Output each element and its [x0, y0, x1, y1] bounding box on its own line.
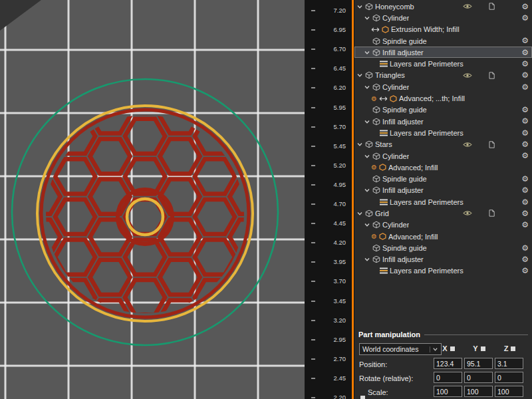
- hex-icon: [382, 26, 389, 33]
- position-y-input[interactable]: [464, 358, 493, 369]
- chevron-down-icon[interactable]: [356, 141, 363, 148]
- gear-icon[interactable]: ⚙: [521, 36, 529, 45]
- tree-row-advanced-infill[interactable]: ⚙Advanced; Infill: [354, 231, 532, 242]
- tree-row-stars[interactable]: Stars⚙: [354, 139, 532, 150]
- gear-icon[interactable]: ⚙: [521, 70, 529, 80]
- eye-icon[interactable]: [463, 72, 472, 78]
- rotate-x-input[interactable]: [434, 372, 462, 383]
- chevron-down-icon[interactable]: [364, 221, 370, 228]
- chevron-down-icon[interactable]: [364, 187, 370, 194]
- tree-row-cylinder[interactable]: Cylinder⚙: [354, 150, 532, 162]
- gear-icon[interactable]: ⚙: [521, 59, 529, 68]
- tree-row-layers-and-perimeters[interactable]: Layers and Perimeters⚙: [354, 265, 532, 277]
- axis-y-checkbox[interactable]: [480, 346, 486, 352]
- gear-icon[interactable]: ⚙: [521, 48, 529, 57]
- gear-icon[interactable]: ⚙: [521, 174, 529, 184]
- page-icon[interactable]: [489, 72, 495, 79]
- chevron-down-icon[interactable]: [364, 118, 370, 125]
- page-icon[interactable]: [489, 209, 495, 217]
- tree-row-infill-adjuster[interactable]: Infill adjuster⚙: [354, 254, 532, 265]
- chevron-down-icon[interactable]: [364, 256, 370, 263]
- chevron-down-icon[interactable]: [356, 210, 363, 217]
- gear-icon[interactable]: ⚙: [521, 128, 529, 138]
- chevron-down-icon[interactable]: [364, 15, 370, 21]
- gear-icon[interactable]: ⚙: [521, 266, 529, 275]
- tree-row-layers-and-perimeters[interactable]: Layers and Perimeters⚙: [354, 127, 532, 138]
- tree-row-grid[interactable]: Grid⚙: [354, 207, 532, 219]
- tree-row-infill-adjuster[interactable]: Infill adjuster⚙: [354, 116, 532, 127]
- tree-row-extrusion-width-infill[interactable]: Extrusion Width; Infill: [354, 24, 532, 35]
- axis-z-checkbox[interactable]: [510, 346, 516, 352]
- tree-row-cylinder[interactable]: Cylinder⚙: [354, 12, 532, 23]
- gear-icon[interactable]: ⚙: [521, 198, 529, 207]
- viewport-3d[interactable]: [0, 0, 305, 399]
- page-icon[interactable]: [489, 3, 495, 10]
- tick-mark: [311, 320, 315, 321]
- tree-row-advanced-infill[interactable]: ⚙Advanced; Infill: [354, 162, 532, 173]
- gear-icon[interactable]: ⚙: [521, 13, 529, 23]
- chevron-down-icon[interactable]: [364, 49, 370, 56]
- position-x-input[interactable]: [434, 358, 462, 369]
- scale-z-input[interactable]: [495, 386, 523, 397]
- tick-value: 2.70: [318, 355, 346, 362]
- layer-slider[interactable]: 7.206.956.706.456.205.955.705.455.204.95…: [305, 0, 354, 399]
- axis-x-checkbox[interactable]: [450, 346, 456, 352]
- scale-y-input[interactable]: [464, 386, 493, 397]
- tree-row-layers-and-perimeters[interactable]: Layers and Perimeters⚙: [354, 196, 532, 207]
- tick-value: 5.20: [318, 162, 346, 169]
- gear-icon[interactable]: ⚙: [521, 105, 529, 114]
- layer-tick: 5.45: [305, 142, 351, 150]
- gear-icon[interactable]: ⚙: [521, 220, 529, 229]
- gear-icon[interactable]: ⚙: [521, 151, 529, 160]
- tree-row-triangles[interactable]: Triangles⚙: [354, 70, 532, 81]
- tree-row-spindle-guide[interactable]: Spindle guide⚙: [354, 104, 532, 116]
- tree-row-advanced-th-infill[interactable]: ⚙Advanced; ...th; Infill: [354, 92, 532, 104]
- tree-row-spindle-guide[interactable]: Spindle guide⚙: [354, 35, 532, 47]
- chevron-down-icon[interactable]: [364, 84, 370, 90]
- tree-row-cylinder[interactable]: Cylinder⚙: [354, 81, 532, 92]
- eye-icon[interactable]: [463, 142, 472, 148]
- gear-icon[interactable]: ⚙: [521, 140, 529, 149]
- gear-icon[interactable]: ⚙: [521, 255, 529, 264]
- axis-y-label: Y: [473, 344, 477, 352]
- position-z-input[interactable]: [495, 358, 523, 369]
- eye-icon[interactable]: [463, 3, 472, 9]
- tree-row-label: Spindle guide: [382, 175, 427, 183]
- coordinates-select[interactable]: World coordinates: [359, 343, 442, 355]
- gear-icon[interactable]: ⚙: [521, 116, 529, 126]
- gear-icon[interactable]: ⚙: [521, 2, 529, 11]
- rotate-z-input[interactable]: [495, 372, 523, 383]
- page-icon[interactable]: [489, 141, 495, 148]
- cube-icon: [365, 209, 373, 217]
- tick-mark: [311, 397, 315, 398]
- axis-headers: X Y Z: [434, 344, 525, 352]
- gear-icon[interactable]: ⚙: [521, 186, 529, 195]
- scale-label: Scale:: [368, 388, 388, 396]
- chevron-down-icon[interactable]: [356, 72, 363, 78]
- tree-row-honeycomb[interactable]: Honeycomb⚙: [354, 1, 532, 12]
- rotate-y-input[interactable]: [464, 372, 493, 383]
- tree-row-infill-adjuster[interactable]: Infill adjuster⚙: [354, 185, 532, 196]
- chevron-down-icon[interactable]: [356, 3, 363, 10]
- uniform-scale-checkbox[interactable]: [360, 395, 366, 399]
- tree-row-spindle-guide[interactable]: Spindle guide⚙: [354, 173, 532, 184]
- layer-tick: 4.95: [305, 181, 351, 189]
- tree-row-label: Advanced; Infill: [388, 233, 438, 241]
- gear-icon[interactable]: ⚙: [521, 82, 529, 92]
- cube-icon: [372, 255, 380, 263]
- tree-row-layers-and-perimeters[interactable]: Layers and Perimeters⚙: [354, 58, 532, 69]
- tree-row-infill-adjuster[interactable]: Infill adjuster⚙: [354, 47, 532, 58]
- tick-value: 7.20: [318, 7, 346, 14]
- tick-value: 3.70: [318, 277, 346, 285]
- coordinates-row: World coordinates X Y Z: [358, 343, 528, 358]
- tree-row-cylinder[interactable]: Cylinder⚙: [354, 219, 532, 231]
- gear-icon[interactable]: ⚙: [521, 243, 529, 253]
- gear-icon[interactable]: ⚙: [521, 209, 529, 218]
- tree-row-spindle-guide[interactable]: Spindle guide⚙: [354, 242, 532, 253]
- chevron-down-icon[interactable]: [364, 153, 370, 160]
- tree-row-label: Stars: [375, 140, 392, 148]
- eye-icon[interactable]: [463, 210, 472, 216]
- layer-slider-track[interactable]: [352, 0, 354, 399]
- scale-x-input[interactable]: [434, 386, 462, 397]
- tree-row-label: Advanced; Infill: [388, 164, 438, 172]
